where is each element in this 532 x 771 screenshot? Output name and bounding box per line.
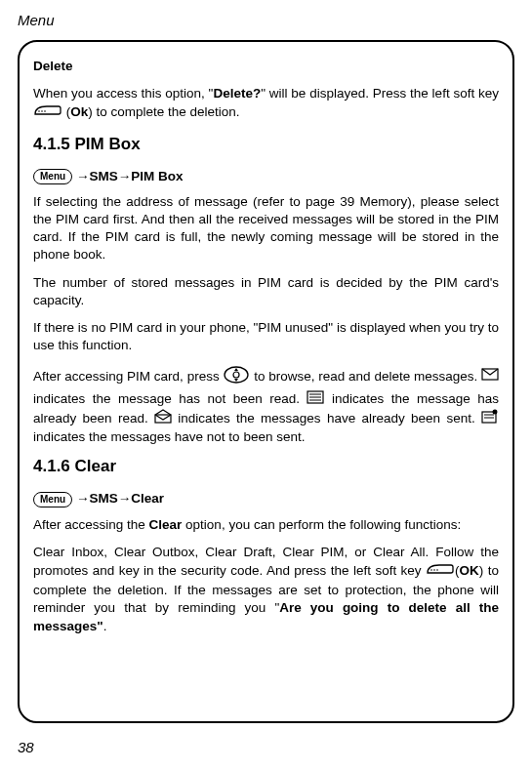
navigation-key-icon bbox=[223, 365, 250, 389]
arrow-icon: → bbox=[118, 491, 132, 506]
soft-key-icon bbox=[33, 102, 62, 123]
text-bold: Ok bbox=[70, 105, 88, 120]
clear-breadcrumb: Menu →SMS→Clear bbox=[33, 490, 499, 507]
arrow-icon: → bbox=[76, 491, 90, 506]
pim-paragraph-4: After accessing PIM card, press to brows… bbox=[33, 365, 499, 447]
svg-point-16 bbox=[433, 569, 435, 571]
envelope-read-icon bbox=[307, 389, 324, 409]
soft-key-icon bbox=[426, 561, 455, 582]
text: When you access this option, " bbox=[33, 86, 213, 101]
text: ) to complete the deletion. bbox=[88, 105, 239, 120]
clear-paragraph-1: After accessing the Clear option, you ca… bbox=[33, 516, 499, 534]
text: indicates the message has not been read. bbox=[33, 390, 307, 405]
menu-key-icon: Menu bbox=[33, 492, 72, 507]
breadcrumb-pim: PIM Box bbox=[131, 169, 183, 183]
text: indicates the messages have already been… bbox=[178, 411, 481, 426]
breadcrumb-sms: SMS bbox=[89, 491, 117, 506]
pim-box-heading: 4.1.5 PIM Box bbox=[33, 134, 499, 156]
svg-point-17 bbox=[436, 569, 438, 571]
text-bold: Clear bbox=[149, 517, 183, 532]
pim-paragraph-2: The number of stored messages in PIM car… bbox=[33, 274, 499, 309]
text-bold: OK bbox=[460, 563, 479, 578]
envelope-unsent-icon bbox=[481, 409, 499, 428]
breadcrumb-clear: Clear bbox=[131, 491, 164, 506]
pim-paragraph-3: If there is no PIM card in your phone, "… bbox=[33, 319, 499, 354]
clear-paragraph-2: Clear Inbox, Clear Outbox, Clear Draft, … bbox=[33, 544, 499, 635]
svg-point-4 bbox=[233, 372, 239, 378]
svg-point-1 bbox=[41, 111, 43, 113]
pim-breadcrumb: Menu →SMS→PIM Box bbox=[33, 168, 499, 185]
text: After accessing PIM card, press bbox=[33, 369, 223, 384]
delete-paragraph: When you access this option, "Delete?" w… bbox=[33, 85, 499, 123]
page-number: 38 bbox=[18, 739, 34, 755]
svg-point-0 bbox=[38, 111, 40, 113]
text-bold: Delete? bbox=[213, 86, 261, 101]
page-header: Menu bbox=[18, 12, 514, 28]
menu-key-icon: Menu bbox=[33, 169, 72, 184]
content-box: Delete When you access this option, "Del… bbox=[18, 40, 514, 723]
text: option, you can perform the following fu… bbox=[182, 517, 461, 532]
delete-section-title: Delete bbox=[33, 58, 499, 75]
pim-paragraph-1: If selecting the address of message (ref… bbox=[33, 193, 499, 264]
text: to browse, read and delete messages. bbox=[254, 369, 481, 384]
envelope-closed-icon bbox=[481, 368, 499, 386]
envelope-sent-icon bbox=[154, 409, 172, 428]
svg-point-15 bbox=[430, 569, 432, 571]
breadcrumb-sms: SMS bbox=[89, 169, 117, 183]
svg-point-2 bbox=[44, 111, 46, 113]
text: indicates the messages have not to been … bbox=[33, 429, 305, 444]
arrow-icon: → bbox=[76, 169, 90, 183]
text: After accessing the bbox=[33, 517, 149, 532]
arrow-icon: → bbox=[118, 169, 132, 183]
clear-heading: 4.1.6 Clear bbox=[33, 456, 499, 478]
svg-point-14 bbox=[493, 410, 498, 415]
text: " will be displayed. Press the left soft… bbox=[261, 86, 499, 101]
text: . bbox=[103, 619, 107, 633]
